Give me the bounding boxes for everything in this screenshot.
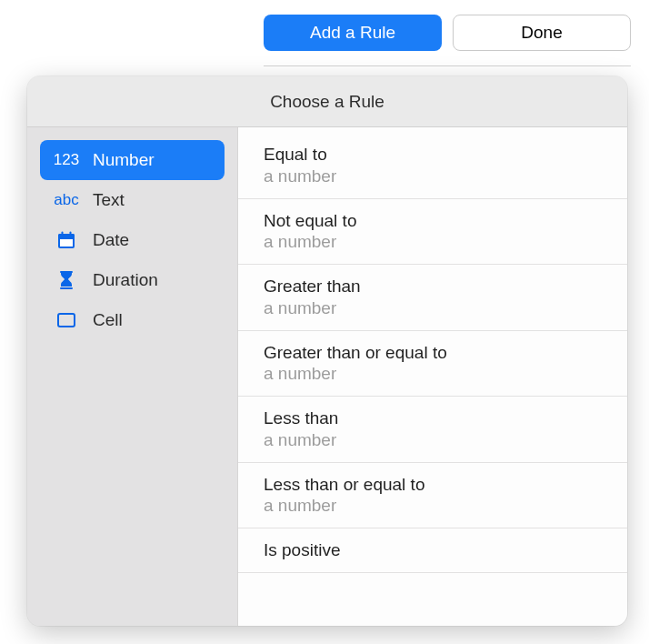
add-rule-button[interactable]: Add a Rule [264, 15, 442, 51]
rule-item-not-equal-to[interactable]: Not equal to a number [238, 199, 627, 266]
rule-title: Less than [264, 408, 602, 429]
sidebar-item-duration[interactable]: Duration [40, 260, 225, 300]
sidebar-item-label: Date [93, 230, 212, 250]
sidebar-item-label: Number [93, 150, 212, 170]
rule-item-equal-to[interactable]: Equal to a number [238, 127, 627, 199]
svg-rect-6 [60, 287, 73, 289]
svg-rect-3 [62, 232, 64, 236]
rule-subtitle: a number [264, 297, 602, 319]
rule-title: Greater than or equal to [264, 342, 602, 364]
rule-title: Is positive [264, 539, 602, 561]
rule-subtitle: a number [264, 166, 602, 187]
rule-subtitle: a number [264, 363, 602, 385]
number-icon: 123 [53, 151, 80, 169]
sidebar-item-text[interactable]: abc Text [40, 180, 225, 220]
text-icon: abc [53, 191, 80, 209]
sidebar-item-cell[interactable]: Cell [40, 300, 225, 340]
sidebar-item-label: Text [93, 190, 212, 210]
sidebar-item-number[interactable]: 123 Number [40, 140, 225, 180]
cell-icon [53, 311, 80, 329]
sidebar-item-label: Duration [93, 270, 212, 290]
popover-title: Choose a Rule [27, 76, 627, 127]
rule-item-less-than[interactable]: Less than a number [238, 397, 627, 463]
rule-type-sidebar: 123 Number abc Text D [27, 127, 238, 626]
rule-item-less-than-or-equal[interactable]: Less than or equal to a number [238, 463, 627, 529]
rules-list[interactable]: Equal to a number Not equal to a number … [238, 127, 627, 626]
svg-rect-5 [60, 271, 73, 273]
sidebar-item-date[interactable]: Date [40, 220, 225, 260]
done-button[interactable]: Done [453, 15, 631, 51]
hourglass-icon [53, 270, 80, 290]
rule-item-greater-than-or-equal[interactable]: Greater than or equal to a number [238, 331, 627, 397]
choose-rule-popover: Choose a Rule 123 Number abc Text [27, 76, 627, 626]
rule-item-is-positive[interactable]: Is positive [238, 528, 627, 573]
rule-title: Greater than [264, 276, 602, 297]
popover-body: 123 Number abc Text D [27, 127, 627, 626]
calendar-icon [53, 230, 80, 250]
rule-subtitle: a number [264, 495, 602, 517]
rule-subtitle: a number [264, 231, 602, 253]
toolbar-divider [264, 65, 631, 66]
rule-title: Less than or equal to [264, 474, 602, 496]
toolbar: Add a Rule Done [264, 15, 631, 51]
rule-item-greater-than[interactable]: Greater than a number [238, 265, 627, 331]
svg-rect-2 [60, 239, 73, 247]
svg-rect-1 [58, 234, 75, 238]
sidebar-item-label: Cell [93, 310, 212, 330]
svg-rect-7 [58, 314, 75, 327]
rule-title: Equal to [264, 144, 602, 166]
svg-rect-4 [70, 232, 72, 236]
rule-subtitle: a number [264, 429, 602, 451]
rule-title: Not equal to [264, 210, 602, 232]
